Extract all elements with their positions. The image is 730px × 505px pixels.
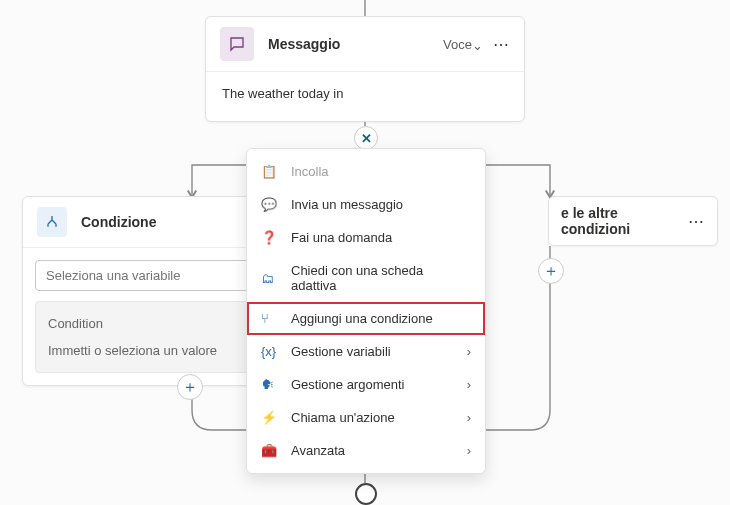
message-node[interactable]: Messaggio Voce ⌄ ⋯ The weather today in <box>205 16 525 122</box>
menu-item-card[interactable]: 🗂Chiedi con una scheda adattiva <box>247 254 485 302</box>
menu-item-label: Avanzata <box>291 443 467 458</box>
menu-item-bolt[interactable]: ⚡Chiama un'azione› <box>247 401 485 434</box>
chevron-down-icon: ⌄ <box>472 38 483 53</box>
message-node-header: Messaggio Voce ⌄ ⋯ <box>206 17 524 72</box>
menu-item-label: Incolla <box>291 164 471 179</box>
chat-icon: 💬 <box>261 197 279 212</box>
branch-icon <box>37 207 67 237</box>
branch-icon: ⑂ <box>261 311 279 326</box>
menu-item-label: Chiama un'azione <box>291 410 467 425</box>
menu-item-paste: 📋Incolla <box>247 155 485 188</box>
menu-item-question[interactable]: ❓Fai una domanda <box>247 221 485 254</box>
toolbox-icon: 🧰 <box>261 443 279 458</box>
chevron-right-icon: › <box>467 410 471 425</box>
close-icon: ✕ <box>361 131 372 146</box>
menu-item-toolbox[interactable]: 🧰Avanzata› <box>247 434 485 467</box>
message-node-body[interactable]: The weather today in <box>206 72 524 121</box>
chevron-right-icon: › <box>467 344 471 359</box>
other-conditions-title: e le altre condizioni <box>561 205 688 237</box>
plus-icon: ＋ <box>543 261 559 282</box>
menu-item-label: Invia un messaggio <box>291 197 471 212</box>
menu-item-chat[interactable]: 💬Invia un messaggio <box>247 188 485 221</box>
plus-icon: ＋ <box>182 377 198 398</box>
flow-end-marker <box>355 483 377 505</box>
menu-item-var[interactable]: {x}Gestione variabili› <box>247 335 485 368</box>
chevron-right-icon: › <box>467 443 471 458</box>
message-node-title: Messaggio <box>268 36 443 52</box>
var-icon: {x} <box>261 344 279 359</box>
menu-item-topic[interactable]: 🗣Gestione argomenti› <box>247 368 485 401</box>
chat-icon <box>220 27 254 61</box>
topic-icon: 🗣 <box>261 377 279 392</box>
add-node-button-left[interactable]: ＋ <box>177 374 203 400</box>
question-icon: ❓ <box>261 230 279 245</box>
card-icon: 🗂 <box>261 271 279 286</box>
paste-icon: 📋 <box>261 164 279 179</box>
add-node-context-menu: 📋Incolla💬Invia un messaggio❓Fai una doma… <box>246 148 486 474</box>
menu-item-label: Gestione argomenti <box>291 377 467 392</box>
menu-item-branch[interactable]: ⑂Aggiungi una condizione <box>247 302 485 335</box>
voice-label: Voce <box>443 37 472 52</box>
chevron-right-icon: › <box>467 377 471 392</box>
delete-connection-button[interactable]: ✕ <box>354 126 378 150</box>
menu-item-label: Chiedi con una scheda adattiva <box>291 263 471 293</box>
menu-item-label: Gestione variabili <box>291 344 467 359</box>
menu-item-label: Aggiungi una condizione <box>291 311 471 326</box>
message-node-more-button[interactable]: ⋯ <box>493 35 510 54</box>
bolt-icon: ⚡ <box>261 410 279 425</box>
voice-dropdown[interactable]: Voce ⌄ <box>443 37 483 52</box>
menu-item-label: Fai una domanda <box>291 230 471 245</box>
add-node-button-right[interactable]: ＋ <box>538 258 564 284</box>
other-conditions-more-button[interactable]: ⋯ <box>688 212 705 231</box>
other-conditions-node[interactable]: e le altre condizioni ⋯ <box>548 196 718 246</box>
